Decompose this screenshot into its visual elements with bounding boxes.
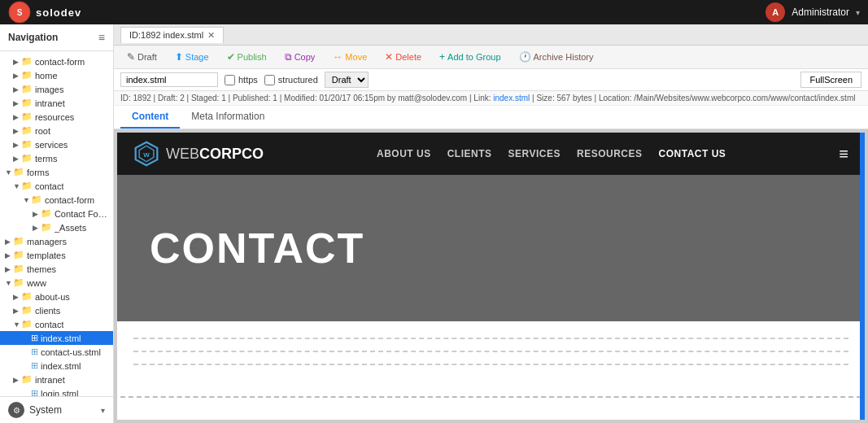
logo-text: solodev xyxy=(36,7,81,19)
sidebar-item-intranet2[interactable]: ▶ 📁 intranet xyxy=(0,373,113,386)
stage-icon: ⬆ xyxy=(175,51,183,63)
structured-label: structured xyxy=(278,75,318,85)
nav-link-services[interactable]: SERVICES xyxy=(508,148,560,159)
https-checkbox-group: https xyxy=(225,75,258,85)
structured-checkbox-group: structured xyxy=(264,75,318,85)
main-layout: Navigation ≡ ▶ 📁 contact-form ▶ 📁 home ▶… xyxy=(0,24,868,423)
sidebar-system-section[interactable]: ⚙ System ▾ xyxy=(0,396,113,423)
dashed-line-2 xyxy=(133,351,848,352)
nav-link-contact-us[interactable]: CONTACT US xyxy=(659,148,726,159)
sidebar-item-themes[interactable]: ▶ 📁 themes xyxy=(0,262,113,276)
sidebar-item-services[interactable]: ▶ 📁 services xyxy=(0,137,113,151)
sidebar-item-login-stml[interactable]: ⊞ login.stml xyxy=(0,386,113,396)
sidebar: Navigation ≡ ▶ 📁 contact-form ▶ 📁 home ▶… xyxy=(0,24,114,423)
add-group-icon: + xyxy=(439,51,445,63)
hero-title: CONTACT xyxy=(150,224,364,273)
sidebar-item-contact-form-sub[interactable]: ▼ 📁 contact-form xyxy=(0,193,113,207)
sidebar-item-resources[interactable]: ▶ 📁 resources xyxy=(0,110,113,124)
sidebar-item-contact-www[interactable]: ▼ 📁 contact xyxy=(0,317,113,331)
preview-frame: W WEBCORPCO ABOUT US CLIENTS SERVICES RE… xyxy=(117,133,865,420)
website-nav: W WEBCORPCO ABOUT US CLIENTS SERVICES RE… xyxy=(117,133,865,175)
sidebar-hamburger-icon[interactable]: ≡ xyxy=(98,31,105,44)
add-group-button[interactable]: + Add to Group xyxy=(433,49,507,65)
content-tabs: Content Meta Information xyxy=(114,106,868,129)
system-label: System xyxy=(29,404,62,416)
bottom-dashed-line xyxy=(120,396,861,398)
top-right-area: A Administrator ▾ xyxy=(765,2,860,22)
copy-button[interactable]: ⧉ Copy xyxy=(278,49,322,65)
sidebar-header: Navigation ≡ xyxy=(0,24,113,51)
system-icon: ⚙ xyxy=(8,402,24,418)
sidebar-item-contact-form-file[interactable]: ▶ 📁 Contact Form xyxy=(0,207,113,220)
admin-chevron-icon[interactable]: ▾ xyxy=(856,8,860,17)
sidebar-title: Navigation xyxy=(8,32,58,43)
sidebar-item-intranet[interactable]: ▶ 📁 intranet xyxy=(0,96,113,110)
sidebar-item-templates[interactable]: ▶ 📁 templates xyxy=(0,248,113,262)
meta-link[interactable]: index.stml xyxy=(493,94,530,102)
logo: S solodev xyxy=(8,1,81,24)
https-label: https xyxy=(238,75,258,85)
meta-bar: ID: 1892 | Draft: 2 | Staged: 1 | Publis… xyxy=(114,91,868,106)
sidebar-item-managers[interactable]: ▶ 📁 managers xyxy=(0,234,113,248)
system-chevron-icon: ▾ xyxy=(101,406,105,415)
dashed-line-3 xyxy=(133,364,848,365)
dashed-line-1 xyxy=(133,338,848,339)
meta-location: Location: /Main/Websites/www.webcorpco.c… xyxy=(599,94,856,102)
draft-button[interactable]: ✎ Draft xyxy=(120,49,164,65)
sidebar-item-forms[interactable]: ▼ 📁 forms xyxy=(0,165,113,179)
nav-link-clients[interactable]: CLIENTS xyxy=(447,148,492,159)
meta-draft: Draft: 2 xyxy=(158,94,185,102)
sidebar-item-contact-us-stml[interactable]: ⊞ contact-us.stml xyxy=(0,345,113,359)
sidebar-item-index-stml-active[interactable]: ⊞ index.stml xyxy=(0,331,113,345)
top-bar: S solodev A Administrator ▾ xyxy=(0,0,868,24)
doc-tab[interactable]: ID:1892 index.stml ✕ xyxy=(120,27,224,43)
sidebar-item-images[interactable]: ▶ 📁 images xyxy=(0,82,113,96)
sidebar-item-contact-form[interactable]: ▶ 📁 contact-form xyxy=(0,55,113,68)
meta-published: Published: 1 xyxy=(233,94,277,102)
sidebar-item-clients[interactable]: ▶ 📁 clients xyxy=(0,303,113,317)
publish-button[interactable]: ✔ Publish xyxy=(220,49,273,65)
filename-input[interactable] xyxy=(120,72,218,87)
sidebar-item-contact-sub[interactable]: ▼ 📁 contact xyxy=(0,179,113,193)
archive-button[interactable]: 🕐 Archive History xyxy=(513,49,600,65)
tab-content[interactable]: Content xyxy=(120,106,180,129)
dashed-lines-section xyxy=(117,321,865,393)
meta-id: ID: 1892 xyxy=(120,94,151,102)
toolbar: ✎ Draft ⬆ Stage ✔ Publish ⧉ Copy ↔ Move … xyxy=(114,46,868,69)
sidebar-item-root[interactable]: ▶ 📁 root xyxy=(0,124,113,137)
website-logo-text: WEBCORPCO xyxy=(166,146,264,163)
nav-link-about-us[interactable]: ABOUT US xyxy=(377,148,431,159)
nav-link-resources[interactable]: RESOURCES xyxy=(577,148,643,159)
website-logo: W WEBCORPCO xyxy=(133,141,264,167)
move-label: Move xyxy=(345,52,367,62)
https-checkbox[interactable] xyxy=(225,75,235,85)
admin-avatar: A xyxy=(765,2,785,22)
sidebar-item-about-us[interactable]: ▶ 📁 about-us xyxy=(0,290,113,303)
copy-label: Copy xyxy=(294,52,316,62)
status-select[interactable]: Draft xyxy=(325,72,369,88)
stage-button[interactable]: ⬆ Stage xyxy=(168,49,216,65)
preview-area[interactable]: W WEBCORPCO ABOUT US CLIENTS SERVICES RE… xyxy=(114,129,868,423)
sidebar-item-www[interactable]: ▼ 📁 www xyxy=(0,276,113,290)
move-button[interactable]: ↔ Move xyxy=(326,49,373,65)
doc-tab-close-icon[interactable]: ✕ xyxy=(207,30,215,41)
draft-icon: ✎ xyxy=(127,51,135,63)
delete-button[interactable]: ✕ Delete xyxy=(378,49,428,65)
website-nav-links: ABOUT US CLIENTS SERVICES RESOURCES CONT… xyxy=(377,148,726,159)
webcorpco-logo-icon: W xyxy=(133,141,159,167)
fullscreen-button[interactable]: FullScreen xyxy=(800,72,861,88)
sidebar-item-home[interactable]: ▶ 📁 home xyxy=(0,68,113,82)
sidebar-item-index-stml2[interactable]: ⊞ index.stml xyxy=(0,359,113,373)
move-icon: ↔ xyxy=(333,51,342,63)
right-scrollbar[interactable] xyxy=(860,133,865,420)
sidebar-item-assets[interactable]: ▶ 📁 _Assets xyxy=(0,220,113,234)
website-hamburger-icon[interactable]: ≡ xyxy=(839,145,848,164)
tab-meta-information[interactable]: Meta Information xyxy=(180,106,276,129)
file-info-bar: https structured Draft FullScreen xyxy=(114,69,868,91)
structured-checkbox[interactable] xyxy=(264,75,275,85)
sidebar-item-terms[interactable]: ▶ 📁 terms xyxy=(0,151,113,165)
archive-label: Archive History xyxy=(534,52,594,62)
doc-tab-label: ID:1892 index.stml xyxy=(129,30,203,40)
admin-label: Administrator xyxy=(792,7,849,18)
sidebar-tree: ▶ 📁 contact-form ▶ 📁 home ▶ 📁 images ▶ 📁… xyxy=(0,51,113,396)
